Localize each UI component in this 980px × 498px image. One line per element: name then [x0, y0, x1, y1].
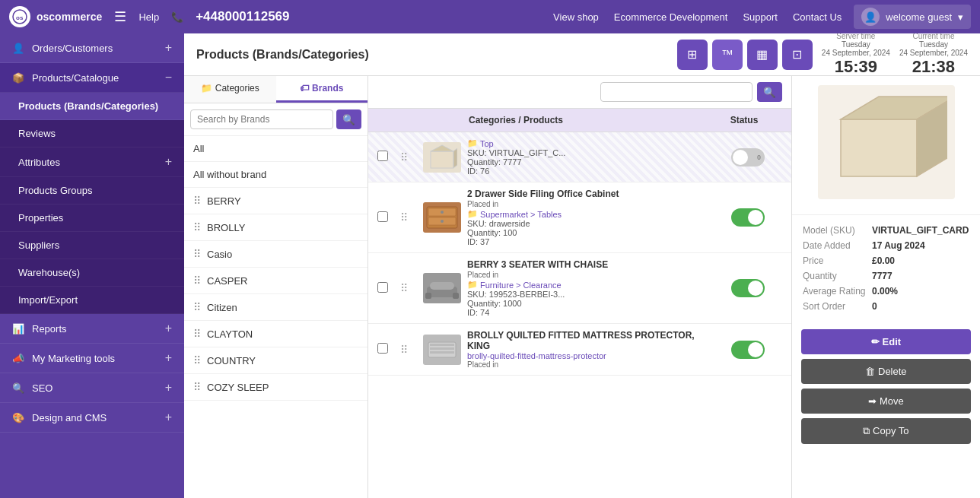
drag-handle-row-1[interactable]: ⠿	[400, 211, 408, 224]
brand-item-clayton[interactable]: ⠿ CLAYTON	[184, 321, 368, 347]
marketing-icon: 📣	[12, 353, 24, 364]
row-checkbox-0[interactable]	[377, 151, 388, 161]
brand-item-casio[interactable]: ⠿ Casio	[184, 241, 368, 268]
view-shop-link[interactable]: View shop	[553, 11, 599, 23]
sidebar-item-design[interactable]: 🎨Design and CMS +	[0, 403, 184, 433]
sidebar-item-products-groups[interactable]: Products Groups	[0, 177, 184, 205]
brands-search-input[interactable]	[190, 109, 333, 129]
brand-casper-label: CASPER	[207, 275, 247, 287]
sidebar-item-products[interactable]: 📦Products/Catalogue −	[0, 63, 184, 93]
svg-text:os: os	[16, 14, 24, 21]
support-link[interactable]: Support	[743, 11, 778, 23]
products-search-button[interactable]: 🔍	[757, 82, 782, 102]
products-panel: 🔍 Categories / Products Status ⠿	[368, 76, 791, 498]
current-date: Tuesday24 September, 2024	[899, 40, 968, 57]
ecommerce-dev-link[interactable]: Ecommerce Development	[614, 11, 728, 23]
header-img	[423, 115, 469, 125]
products-search-input[interactable]	[600, 82, 752, 102]
sidebar-item-import-export[interactable]: Import/Export	[0, 287, 184, 314]
sidebar-item-seo[interactable]: 🔍SEO +	[0, 373, 184, 403]
brands-search-button[interactable]: 🔍	[336, 109, 361, 129]
brand-item-citizen[interactable]: ⠿ Citizen	[184, 294, 368, 321]
brand-item-berry[interactable]: ⠿ BERRY	[184, 188, 368, 214]
user-label: welcome guest	[886, 11, 952, 23]
svg-point-9	[441, 220, 444, 223]
brands-list: All All without brand ⠿ BERRY ⠿ BROLLY ⠿	[184, 136, 368, 498]
sidebar-item-warehouses[interactable]: Warehouse(s)	[0, 259, 184, 287]
drag-handle-citizen[interactable]: ⠿	[193, 301, 201, 313]
contact-us-link[interactable]: Contact Us	[793, 11, 842, 23]
tab-categories[interactable]: 📁 Categories	[184, 76, 276, 103]
product-image-1	[423, 202, 461, 233]
brand-brolly-label: BROLLY	[207, 222, 245, 233]
expand-attributes-icon[interactable]: +	[165, 155, 172, 169]
camera-button[interactable]: ⊡	[782, 40, 813, 70]
brand-item-cozy-sleep[interactable]: ⠿ COZY SLEEP	[184, 374, 368, 401]
drag-handle-brolly[interactable]: ⠿	[193, 221, 201, 233]
sidebar-item-reviews[interactable]: Reviews	[0, 120, 184, 147]
sidebar-item-properties[interactable]: Properties	[0, 205, 184, 232]
sidebar-item-marketing[interactable]: 📣My Marketing tools +	[0, 344, 184, 373]
drag-handle-row-3[interactable]: ⠿	[400, 344, 408, 356]
edit-button[interactable]: ✏ Edit	[801, 329, 971, 354]
seo-icon: 🔍	[12, 382, 24, 394]
hamburger-icon[interactable]: ☰	[114, 8, 126, 25]
drag-handle-country[interactable]: ⠿	[193, 354, 201, 366]
sidebar-label-brands-cat: Products (Brands/Categories)	[18, 100, 158, 112]
sidebar-item-suppliers[interactable]: Suppliers	[0, 232, 184, 259]
products-submenu: Products (Brands/Categories) Reviews Att…	[0, 93, 184, 314]
trademark-button[interactable]: ™	[712, 40, 743, 70]
expand-marketing-icon[interactable]: +	[165, 351, 172, 365]
product-toggle-2[interactable]	[731, 279, 765, 297]
product-id-1: ID: 37	[467, 237, 709, 246]
product-sku-2: SKU: 199523-BERBEI-3...	[467, 290, 709, 299]
row-checkbox-3[interactable]	[377, 343, 388, 354]
drag-handle-row-0[interactable]: ⠿	[400, 151, 408, 163]
product-qty-1: Quantity: 100	[467, 228, 709, 237]
drag-handle-clayton[interactable]: ⠿	[193, 328, 201, 340]
svg-rect-2	[431, 151, 453, 168]
brand-item-all[interactable]: All	[184, 136, 368, 162]
brand-all-without-label: All without brand	[193, 169, 266, 180]
layout-button[interactable]: ▦	[747, 40, 778, 70]
copy-to-button[interactable]: ⧉ Copy To	[801, 418, 971, 444]
drag-handle-berry[interactable]: ⠿	[193, 195, 201, 207]
sidebar-label-import-export: Import/Export	[18, 294, 78, 306]
sidebar-item-reports[interactable]: 📊Reports +	[0, 314, 184, 344]
collapse-products-icon[interactable]: −	[165, 71, 172, 84]
grid-view-button[interactable]: ⊞	[677, 40, 708, 70]
drag-handle-cozy-sleep[interactable]: ⠿	[193, 381, 201, 393]
brand-item-casper[interactable]: ⠿ CASPER	[184, 268, 368, 294]
brands-panel: 📁 Categories 🏷 Brands 🔍 All	[184, 76, 368, 498]
logo-text: oscommerce	[37, 11, 102, 23]
product-toggle-3[interactable]	[731, 341, 765, 359]
drag-handle-row-2[interactable]: ⠿	[400, 282, 408, 294]
drag-handle-casio[interactable]: ⠿	[193, 248, 201, 260]
avg-rating-label: Average Rating	[803, 284, 872, 299]
product-id-0: ID: 76	[467, 167, 709, 176]
product-toggle-0[interactable]: 0	[731, 148, 765, 167]
expand-orders-icon[interactable]: +	[165, 41, 172, 55]
sidebar-item-orders[interactable]: 👤Orders/Customers +	[0, 33, 184, 63]
header-check	[377, 115, 400, 125]
move-button[interactable]: ➡ Move	[801, 389, 971, 414]
logo[interactable]: os oscommerce	[9, 6, 102, 27]
expand-reports-icon[interactable]: +	[165, 322, 172, 335]
sidebar-item-brands-categories[interactable]: Products (Brands/Categories)	[0, 93, 184, 120]
help-link[interactable]: Help	[138, 11, 159, 23]
user-menu[interactable]: 👤 welcome guest ▾	[854, 5, 971, 29]
expand-seo-icon[interactable]: +	[165, 381, 172, 395]
product-toggle-1[interactable]	[731, 208, 765, 227]
brand-item-brolly[interactable]: ⠿ BROLLY	[184, 214, 368, 241]
tab-brands[interactable]: 🏷 Brands	[276, 76, 368, 103]
expand-design-icon[interactable]: +	[165, 411, 172, 424]
content-header: Products (Brands/Categories) ⊞ ™ ▦ ⊡ Ser…	[184, 33, 980, 76]
delete-button[interactable]: 🗑 Delete	[801, 359, 971, 384]
drag-handle-casper[interactable]: ⠿	[193, 274, 201, 287]
sidebar-item-attributes[interactable]: Attributes +	[0, 147, 184, 177]
row-checkbox-1[interactable]	[377, 211, 388, 222]
brand-item-all-without-brand[interactable]: All without brand	[184, 162, 368, 188]
row-checkbox-2[interactable]	[377, 282, 388, 293]
brand-item-country[interactable]: ⠿ COUNTRY	[184, 347, 368, 374]
phone-number[interactable]: +448000112569	[196, 9, 289, 24]
